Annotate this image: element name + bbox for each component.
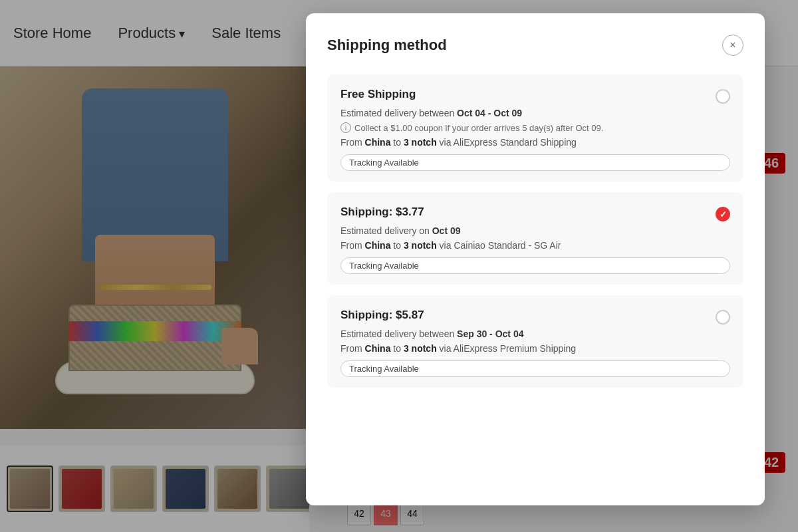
tracking-badge-premium: Tracking Available [340, 360, 730, 377]
radio-standard[interactable] [716, 207, 730, 221]
delivery-date-premium: Estimated delivery between Sep 30 - Oct … [340, 329, 730, 339]
option-name-free: Free Shipping [340, 88, 416, 101]
option-name-standard: Shipping: $3.77 [340, 205, 424, 219]
shipping-option-standard: Shipping: $3.77 Estimated delivery on Oc… [327, 192, 743, 285]
shipping-route-standard: From China to 3 notch via Cainiao Standa… [340, 240, 730, 251]
option-header-free: Free Shipping [340, 88, 730, 104]
shipping-method-modal: Shipping method × Free Shipping Estimate… [306, 13, 765, 505]
shipping-route-premium: From China to 3 notch via AliExpress Pre… [340, 343, 730, 354]
option-header-standard: Shipping: $3.77 [340, 205, 730, 221]
info-icon: i [340, 122, 351, 133]
modal-title: Shipping method [327, 37, 447, 54]
delivery-date-standard: Estimated delivery on Oct 09 [340, 225, 730, 236]
shipping-option-premium: Shipping: $5.87 Estimated delivery betwe… [327, 295, 743, 388]
shipping-route-free: From China to 3 notch via AliExpress Sta… [340, 137, 730, 148]
modal-header: Shipping method × [327, 35, 743, 56]
option-name-premium: Shipping: $5.87 [340, 309, 424, 322]
delivery-date-free: Estimated delivery between Oct 04 - Oct … [340, 108, 730, 118]
tracking-badge-standard: Tracking Available [340, 257, 730, 274]
modal-close-button[interactable]: × [722, 35, 743, 56]
option-header-premium: Shipping: $5.87 [340, 309, 730, 325]
shipping-option-free: Free Shipping Estimated delivery between… [327, 74, 743, 182]
tracking-badge-free: Tracking Available [340, 154, 730, 171]
radio-free[interactable] [716, 89, 730, 104]
coupon-note: i Collect a $1.00 coupon if your order a… [340, 122, 730, 133]
radio-premium[interactable] [716, 310, 730, 325]
